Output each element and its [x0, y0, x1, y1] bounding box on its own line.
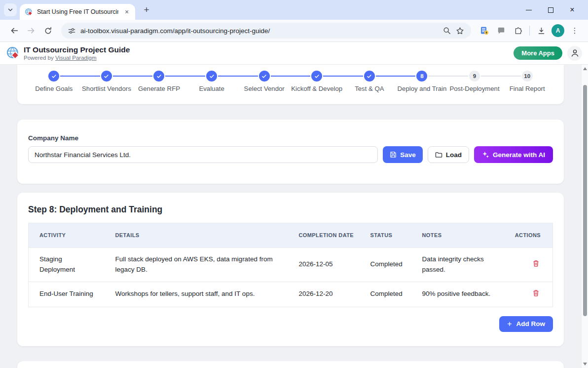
cell-activity[interactable]: End-User Training — [29, 282, 105, 307]
site-settings-icon[interactable] — [68, 27, 75, 35]
stepper-step-evaluate[interactable]: Evaluate — [185, 71, 238, 92]
stepper-step-deploy-train[interactable]: 8 Deploy and Train — [396, 71, 448, 92]
save-floppy-icon — [390, 151, 397, 158]
profile-avatar[interactable]: A — [551, 23, 565, 38]
trash-icon — [532, 289, 540, 297]
back-arrow-icon — [10, 26, 19, 35]
step-check-icon — [364, 71, 375, 82]
page-title: IT Outsourcing Project Guide — [24, 45, 130, 54]
scrollbar-down-arrow[interactable] — [583, 363, 587, 366]
step-check-icon — [153, 71, 164, 82]
url-bar[interactable]: ai-toolbox.visual-paradigm.com/app/it-ou… — [61, 23, 471, 39]
cell-details[interactable]: Full stack deployed on AWS EKS, data mig… — [105, 248, 288, 282]
stepper-step-generate-rfp[interactable]: Generate RFP — [133, 71, 185, 92]
stepper-step-final-report[interactable]: 10 Final Report — [501, 71, 553, 92]
tab-search-button[interactable] — [4, 3, 17, 16]
url-text[interactable]: ai-toolbox.visual-paradigm.com/app/it-ou… — [80, 27, 438, 35]
table-row: Staging Deployment Full stack deployed o… — [29, 248, 553, 282]
app-logo — [6, 46, 20, 60]
company-name-input[interactable] — [28, 146, 378, 163]
comment-icon[interactable] — [494, 23, 509, 38]
folder-icon — [435, 151, 442, 159]
cell-status[interactable]: Completed — [360, 282, 411, 307]
company-name-label: Company Name — [28, 134, 553, 142]
cell-status[interactable]: Completed — [360, 248, 411, 282]
column-notes: NOTES — [411, 223, 498, 248]
chrome-menu-icon[interactable]: ⋮ — [567, 23, 582, 38]
add-row-button[interactable]: + Add Row — [499, 316, 553, 332]
visual-paradigm-link[interactable]: Visual Paradigm — [55, 55, 97, 61]
delete-row-button[interactable] — [531, 259, 541, 268]
step-check-icon — [206, 71, 217, 82]
cell-completion-date[interactable]: 2026-12-20 — [288, 282, 360, 307]
stepper-step-select-vendor[interactable]: Select Vendor — [238, 71, 291, 92]
cell-notes[interactable]: Data integrity checks passed. — [411, 248, 498, 282]
new-tab-button[interactable]: + — [140, 3, 153, 16]
user-account-button[interactable] — [567, 46, 582, 61]
reload-button[interactable] — [40, 23, 55, 38]
toolbar-divider — [529, 26, 530, 36]
browser-toolbar: ai-toolbox.visual-paradigm.com/app/it-ou… — [0, 20, 588, 42]
step-check-icon — [48, 71, 59, 82]
scrollbar-up-arrow[interactable] — [583, 67, 587, 70]
cell-details[interactable]: Workshops for tellers, support staff, an… — [105, 282, 288, 307]
back-button[interactable] — [7, 23, 22, 38]
step-check-icon — [101, 71, 112, 82]
trash-icon — [532, 260, 540, 267]
maximize-icon — [548, 7, 553, 13]
step-check-icon — [311, 71, 322, 82]
column-details: DETAILS — [105, 223, 288, 248]
stepper: Define Goals Shortlist Vendors Generate … — [28, 71, 553, 92]
cell-activity[interactable]: Staging Deployment — [29, 248, 105, 282]
cell-notes[interactable]: 90% positive feedback. — [411, 282, 498, 307]
tab-close-icon[interactable]: × — [122, 7, 131, 16]
plus-icon: + — [507, 320, 512, 328]
reload-icon — [44, 27, 52, 35]
more-apps-button[interactable]: More Apps — [514, 46, 562, 60]
step-number-badge: 8 — [416, 71, 427, 82]
bookmark-star-icon[interactable] — [456, 27, 464, 35]
page-scrollbar[interactable] — [581, 65, 588, 368]
delete-row-button[interactable] — [531, 288, 541, 298]
stepper-card: Define Goals Shortlist Vendors Generate … — [17, 65, 564, 104]
close-icon: × — [570, 6, 574, 14]
window-maximize-button[interactable] — [540, 0, 561, 20]
next-section-card — [17, 361, 564, 368]
column-completion-date: COMPLETION DATE — [288, 223, 360, 248]
zoom-icon[interactable] — [443, 27, 451, 35]
column-activity: ACTIVITY — [29, 223, 105, 248]
load-button[interactable]: Load — [428, 146, 469, 163]
generate-with-ai-button[interactable]: Generate with AI — [474, 146, 553, 163]
table-row: End-User Training Workshops for tellers,… — [29, 282, 553, 307]
step-number-badge: 9 — [469, 71, 480, 82]
chevron-down-icon — [7, 6, 14, 13]
extensions-puzzle-icon[interactable] — [511, 23, 525, 38]
site-favicon — [25, 8, 33, 16]
save-button[interactable]: Save — [383, 146, 423, 163]
browser-tab[interactable]: Start Using Free IT Outsourcing × — [20, 4, 135, 20]
company-card: Company Name Save Load Generate with AI — [17, 120, 564, 184]
forward-arrow-icon — [27, 26, 36, 35]
stepper-step-post-deployment[interactable]: 9 Post-Deployment — [448, 71, 501, 92]
cell-completion-date[interactable]: 2026-12-05 — [288, 248, 360, 282]
stepper-step-test-qa[interactable]: Test & QA — [343, 71, 396, 92]
stepper-step-shortlist-vendors[interactable]: Shortlist Vendors — [80, 71, 133, 92]
tab-title: Start Using Free IT Outsourcing — [37, 8, 118, 15]
app-header: IT Outsourcing Project Guide Powered by … — [0, 42, 588, 65]
stepper-step-define-goals[interactable]: Define Goals — [28, 71, 80, 92]
stepper-step-kickoff-develop[interactable]: Kickoff & Develop — [291, 71, 343, 92]
column-actions: ACTIONS — [498, 223, 553, 248]
person-icon — [570, 48, 580, 58]
reading-list-icon[interactable] — [477, 23, 492, 38]
downloads-icon[interactable] — [534, 23, 549, 38]
section-title: Step 8: Deployment and Training — [28, 204, 553, 215]
window-close-button[interactable]: × — [561, 0, 583, 20]
page-content: Define Goals Shortlist Vendors Generate … — [0, 65, 581, 368]
scrollbar-thumb[interactable] — [583, 85, 587, 316]
step8-card: Step 8: Deployment and Training ACTIVITY… — [17, 193, 564, 346]
browser-titlebar: Start Using Free IT Outsourcing × + × — [0, 0, 588, 20]
minimize-icon — [526, 10, 532, 10]
window-minimize-button[interactable] — [518, 0, 540, 20]
forward-button[interactable] — [24, 23, 38, 38]
step-check-icon — [259, 71, 270, 82]
